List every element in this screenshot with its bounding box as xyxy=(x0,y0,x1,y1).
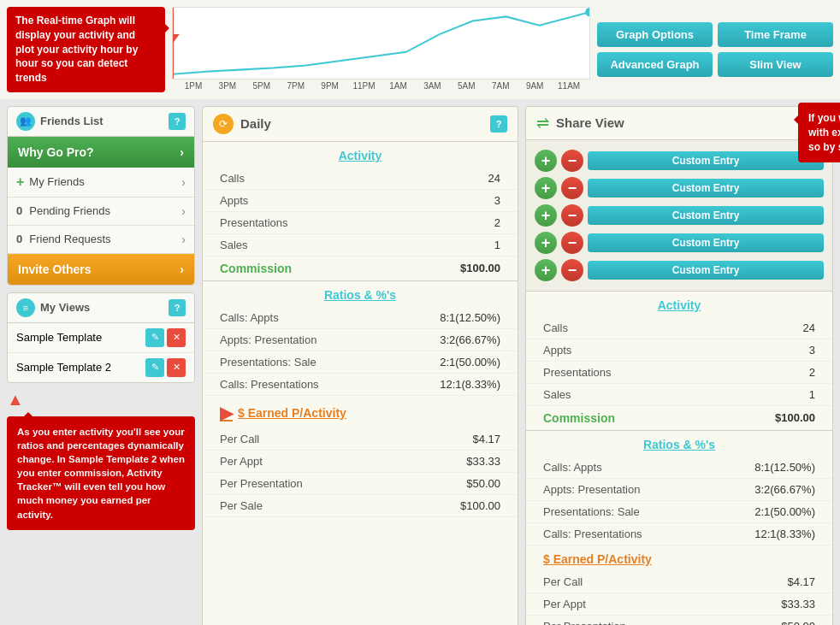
daily-activity-row: Presentations2 xyxy=(203,212,518,234)
template-1-actions: ✎ ✕ xyxy=(145,328,186,347)
time-frame-button[interactable]: Time Frame xyxy=(718,22,833,47)
my-views-help-button[interactable]: ? xyxy=(169,299,186,316)
arrow-up-icon: ▲ xyxy=(7,390,24,410)
custom-entry-button-0[interactable]: Custom Entry xyxy=(588,151,824,170)
share-activity-row: Sales1 xyxy=(526,384,832,406)
daily-ratio-row: Calls: Presentations12:1(8.33%) xyxy=(203,374,518,396)
share-ratios-rows: Calls: Appts8:1(12.50%)Appts: Presentati… xyxy=(526,457,832,545)
left-sidebar: 👥 Friends List ? Why Go Pro? › + My Frie… xyxy=(7,106,195,625)
friend-requests-label: Friend Requests xyxy=(29,233,110,245)
daily-ratio-row: Appts: Presentation3:2(66.67%) xyxy=(203,329,518,351)
pending-count: 0 xyxy=(16,204,22,217)
template-2-delete-button[interactable]: ✕ xyxy=(167,358,186,377)
daily-title: Daily xyxy=(240,116,483,131)
daily-icon: ⟳ xyxy=(213,114,234,134)
add-custom-entry-button[interactable]: + xyxy=(535,177,557,199)
graph-options-button[interactable]: Graph Options xyxy=(597,22,713,47)
friends-list-help-button[interactable]: ? xyxy=(169,113,186,130)
share-activity-row: Calls24 xyxy=(526,317,832,339)
custom-entry-list: + − Custom Entry + − Custom Entry + − Cu… xyxy=(535,147,824,284)
custom-entry-button-1[interactable]: Custom Entry xyxy=(588,179,824,198)
slim-view-button[interactable]: Slim View xyxy=(718,52,833,77)
add-custom-entry-button[interactable]: + xyxy=(535,150,557,172)
share-activity-row: Appts3 xyxy=(526,339,832,362)
friends-list-panel: 👥 Friends List ? Why Go Pro? › + My Frie… xyxy=(7,106,195,286)
share-view-header: ⇌ Share View If you want to share your a… xyxy=(526,107,832,140)
share-ratio-row: Calls: Presentations12:1(8.33%) xyxy=(526,523,832,545)
template-1-label: Sample Template xyxy=(16,331,102,344)
ratios-title[interactable]: Ratios & %'s xyxy=(203,281,518,307)
friend-requests-item[interactable]: 0 Friend Requests › xyxy=(8,226,194,254)
invite-others-label: Invite Others xyxy=(18,262,92,276)
commission-value: $100.00 xyxy=(460,262,500,275)
tooltip-text: The Real-time Graph will display your ac… xyxy=(15,15,138,84)
svg-marker-2 xyxy=(173,34,180,43)
invite-others-chevron: › xyxy=(180,262,184,276)
activity-title[interactable]: Activity xyxy=(203,142,518,168)
why-go-pro-chevron: › xyxy=(180,145,184,159)
share-ratio-row: Presentations: Sale2:1(50.00%) xyxy=(526,501,832,523)
daily-ratio-row: Calls: Appts8:1(12.50%) xyxy=(203,307,518,329)
tooltip-ratios: As you enter activity you'll see your ra… xyxy=(7,416,195,530)
share-icon: ⇌ xyxy=(536,114,549,133)
friends-list-icon: 👥 xyxy=(16,112,35,131)
tooltip-share: If you want to share your activity with … xyxy=(798,103,840,162)
remove-custom-entry-button[interactable]: − xyxy=(561,177,583,199)
invite-others-button[interactable]: Invite Others › xyxy=(8,254,194,285)
custom-entry-button-4[interactable]: Custom Entry xyxy=(588,261,824,280)
custom-entry-row: + − Custom Entry xyxy=(535,256,824,284)
chevron-right-icon: › xyxy=(181,204,186,218)
daily-help-button[interactable]: ? xyxy=(490,115,507,133)
share-ratios-title: Ratios & %'s xyxy=(526,431,832,457)
daily-activity-row: Calls24 xyxy=(203,168,518,190)
template-2-actions: ✎ ✕ xyxy=(145,358,186,377)
plus-icon: + xyxy=(16,174,24,190)
tooltip-realtime-graph: The Real-time Graph will display your ac… xyxy=(7,7,165,92)
daily-panel: ⟳ Daily ? Activity Calls24Appts3Presenta… xyxy=(202,106,518,625)
template-2-edit-button[interactable]: ✎ xyxy=(145,358,164,377)
share-earned-title: $ Earned P/Activity xyxy=(526,545,832,571)
svg-point-0 xyxy=(585,8,589,16)
remove-custom-entry-button[interactable]: − xyxy=(561,204,583,227)
arrow-earned-icon: ▶ xyxy=(220,403,233,423)
template-1-edit-button[interactable]: ✎ xyxy=(145,328,164,347)
share-view-panel: ⇌ Share View If you want to share your a… xyxy=(525,106,833,625)
share-earned-row: Per Call$4.17 xyxy=(526,571,832,593)
daily-activity-rows: Calls24Appts3Presentations2Sales1 xyxy=(203,168,518,256)
earned-title[interactable]: ▶ $ Earned P/Activity xyxy=(203,396,518,428)
share-view-title[interactable]: Share View xyxy=(556,115,822,130)
daily-earned-row: Per Presentation$50.00 xyxy=(203,473,518,495)
advanced-graph-button[interactable]: Advanced Graph xyxy=(597,52,713,77)
my-views-panel: ≡ My Views ? Sample Template ✎ ✕ Sample … xyxy=(7,292,195,383)
why-go-pro-button[interactable]: Why Go Pro? › xyxy=(8,137,194,168)
add-custom-entry-button[interactable]: + xyxy=(535,232,557,254)
add-custom-entry-button[interactable]: + xyxy=(535,259,557,281)
share-ratio-row: Calls: Appts8:1(12.50%) xyxy=(526,457,832,479)
share-commission-value: $100.00 xyxy=(775,411,815,425)
template-1-delete-button[interactable]: ✕ xyxy=(167,328,186,347)
custom-entry-button-2[interactable]: Custom Entry xyxy=(588,206,824,225)
share-commission-label: Commission xyxy=(543,411,615,425)
share-earned-rows: Per Call$4.17Per Appt$33.33Per Presentat… xyxy=(526,571,832,625)
custom-entry-row: + − Custom Entry xyxy=(535,202,824,229)
custom-entry-row: + − Custom Entry xyxy=(535,174,824,202)
earned-label: $ Earned P/Activity xyxy=(238,406,346,420)
share-commission-row: Commission $100.00 xyxy=(526,406,832,431)
share-ratio-row: Appts: Presentation3:2(66.67%) xyxy=(526,479,832,501)
custom-entry-button-3[interactable]: Custom Entry xyxy=(588,233,824,252)
pending-friends-item[interactable]: 0 Pending Friends › xyxy=(8,198,194,226)
why-go-pro-label: Why Go Pro? xyxy=(18,145,94,159)
custom-entry-row: + − Custom Entry xyxy=(535,229,824,256)
main-layout: 👥 Friends List ? Why Go Pro? › + My Frie… xyxy=(0,99,840,625)
daily-earned-rows: Per Call$4.17Per Appt$33.33Per Presentat… xyxy=(203,428,518,517)
friends-list-header: 👥 Friends List ? xyxy=(8,107,194,137)
remove-custom-entry-button[interactable]: − xyxy=(561,150,583,172)
friends-list-title: Friends List xyxy=(40,115,163,127)
daily-ratio-row: Presentations: Sale2:1(50.00%) xyxy=(203,351,518,374)
top-area: The Real-time Graph will display your ac… xyxy=(0,0,840,99)
remove-custom-entry-button[interactable]: − xyxy=(561,232,583,254)
graph-xaxis: 1PM 3PM 5PM 7PM 9PM 11PM 1AM 3AM 5AM 7AM… xyxy=(172,80,590,92)
remove-custom-entry-button[interactable]: − xyxy=(561,259,583,281)
my-friends-item[interactable]: + My Friends › xyxy=(8,168,194,198)
add-custom-entry-button[interactable]: + xyxy=(535,204,557,227)
